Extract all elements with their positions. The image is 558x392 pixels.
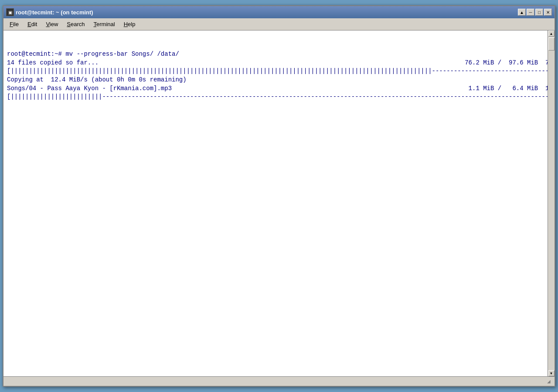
menu-file[interactable]: File — [5, 19, 23, 29]
close-button[interactable]: ✕ — [544, 9, 552, 16]
status-bar: ◢ — [3, 376, 555, 386]
window-title: root@tecmint: ~ (on tecmint) — [16, 9, 93, 16]
menu-terminal[interactable]: Terminal — [89, 19, 119, 29]
scroll-down-arrow[interactable]: ▼ — [548, 370, 555, 376]
files-status-line: 14 files copied so far... 76.2 MiB / 97.… — [7, 59, 544, 68]
overall-progress-line: [|||||||||||||||||||||||||||||||||||||||… — [7, 67, 544, 76]
vertical-scrollbar[interactable]: ▲ ▼ — [548, 30, 555, 376]
window-icon: ▣ — [6, 8, 14, 16]
title-bar-controls: ▲ ─ □ ✕ — [518, 9, 552, 16]
menu-view[interactable]: View — [41, 19, 62, 29]
menu-search[interactable]: Search — [62, 19, 89, 29]
menu-help[interactable]: Help — [119, 19, 140, 29]
scroll-up-arrow[interactable]: ▲ — [548, 30, 555, 37]
title-bar-left: ▣ root@tecmint: ~ (on tecmint) — [6, 8, 93, 16]
copy-speed-line: Copying at 12.4 MiB/s (about 0h 0m 0s re… — [7, 76, 544, 84]
terminal-area[interactable]: root@tecmint:~# mv --progress-bar Songs/… — [3, 30, 555, 376]
title-bar: ▣ root@tecmint: ~ (on tecmint) ▲ ─ □ ✕ — [3, 6, 555, 18]
minimize-button[interactable]: ─ — [527, 9, 534, 16]
arrow-up-button[interactable]: ▲ — [518, 9, 526, 16]
resize-handle[interactable]: ◢ — [546, 378, 552, 385]
prompt-line: root@tecmint:~# mv --progress-bar Songs/… — [7, 50, 544, 59]
terminal-window: ▣ root@tecmint: ~ (on tecmint) ▲ ─ □ ✕ F… — [3, 5, 555, 387]
menu-bar: File Edit View Search Terminal Help — [3, 18, 555, 30]
maximize-button[interactable]: □ — [535, 9, 543, 16]
current-file-progress-line: [|||||||||||||||||||||||||--------------… — [7, 93, 544, 101]
menu-edit[interactable]: Edit — [23, 19, 41, 29]
terminal-output[interactable]: root@tecmint:~# mv --progress-bar Songs/… — [3, 30, 548, 376]
current-file-line: Songs/04 - Pass Aaya Kyon - [rKmania.com… — [7, 84, 544, 93]
scroll-thumb[interactable] — [548, 37, 555, 51]
